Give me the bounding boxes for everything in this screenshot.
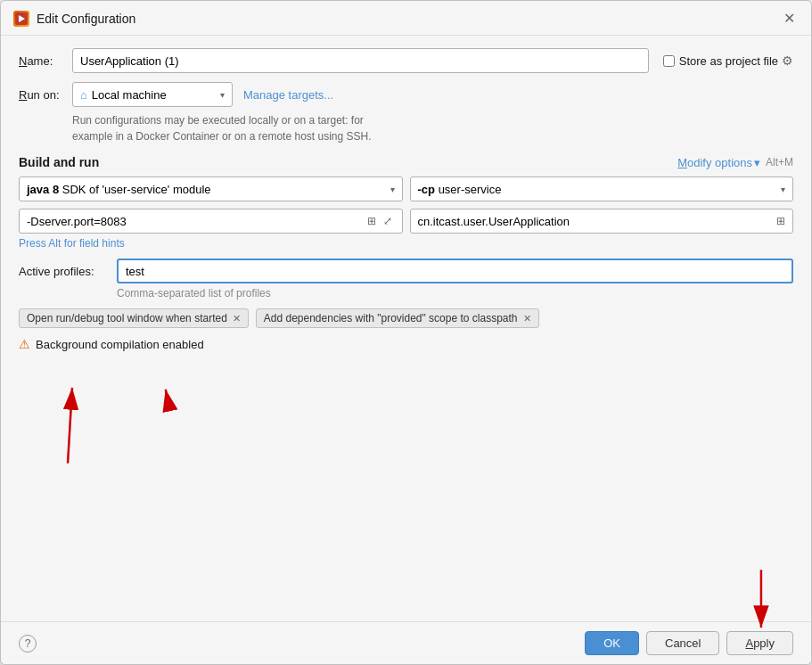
vm-options-input[interactable] [27,215,365,228]
hint-text: Run configurations may be executed local… [72,112,793,144]
cp-module-value: user-service [439,183,502,196]
apply-label-rest: pply [753,636,775,650]
active-profiles-label: Active profiles: [19,265,117,278]
name-label-text: Name: [19,54,53,68]
cp-dropdown-arrow-icon: ▾ [781,185,785,194]
active-profiles-input[interactable] [117,259,793,283]
profiles-hint: Comma-separated list of profiles [117,287,793,300]
cp-text: -cp user-service [418,183,782,196]
sdk-text: java 8 SDK of 'user-service' module [27,183,390,196]
fullscreen-icon[interactable]: ⤢ [381,214,395,228]
expand-icon[interactable]: ⊞ [365,214,379,228]
sdk-select[interactable]: java 8 SDK of 'user-service' module ▾ [19,177,403,201]
store-project-area: Store as project file ⚙ [663,53,793,68]
modify-options-button[interactable]: Modify options ▾ Alt+M [677,156,793,169]
main-class-field: ⊞ [410,209,794,234]
vm-icons: ⊞ ⤢ [365,214,395,228]
button-group: OK Cancel Apply [585,631,793,655]
main-class-expand-icon[interactable]: ⊞ [776,215,785,227]
hint-line2: example in a Docker Container or on a re… [72,130,372,143]
tag-deps-label: Add dependencies with "provided" scope t… [264,312,518,324]
build-run-header: Build and run Modify options ▾ Alt+M [19,155,793,169]
build-run-title: Build and run [19,155,99,169]
tag-run-debug-label: Open run/debug tool window when started [27,312,227,324]
run-on-select[interactable]: ⌂ Local machine ▾ [72,82,233,107]
apply-underline-char: A [745,636,753,650]
warning-icon: ⚠ [19,337,30,351]
modify-underline: M [677,156,687,169]
ok-button[interactable]: OK [585,631,639,655]
gear-icon[interactable]: ⚙ [782,53,793,68]
dialog-title: Edit Configuration [37,12,780,26]
sdk-row: java 8 SDK of 'user-service' module ▾ -c… [19,177,793,201]
help-button[interactable]: ? [19,635,37,653]
run-on-row: Run on: ⌂ Local machine ▾ Manage targets… [19,82,793,107]
tag-deps-close[interactable]: ✕ [523,313,531,324]
vm-main-row: ⊞ ⤢ ⊞ [19,209,793,234]
cp-flag: -cp [418,183,436,196]
edit-configuration-dialog: Edit Configuration ✕ Name: Store as proj… [0,0,812,665]
vm-options-field: ⊞ ⤢ [19,209,403,234]
tag-run-debug: Open run/debug tool window when started … [19,308,249,328]
home-icon: ⌂ [80,88,87,102]
main-class-input[interactable] [418,215,777,228]
dialog-content: Name: Store as project file ⚙ Run on: ⌂ … [1,36,811,621]
alt-shortcut-label: Alt+M [766,156,793,168]
run-on-underline-char: R [19,88,27,102]
manage-targets-link[interactable]: Manage targets... [243,88,333,102]
active-profiles-row: Active profiles: [19,259,793,283]
title-bar: Edit Configuration ✕ [1,1,811,36]
tag-deps: Add dependencies with "provided" scope t… [256,308,539,328]
dropdown-arrow-icon: ▾ [220,90,225,100]
store-project-checkbox[interactable] [663,55,675,67]
app-icon [13,11,29,27]
tag-run-debug-close[interactable]: ✕ [233,313,241,324]
sdk-module-text: SDK of 'user-service' module [62,183,211,196]
java-version: java 8 [27,183,59,196]
name-input[interactable] [72,48,649,73]
name-row: Name: Store as project file ⚙ [19,48,793,73]
name-label: Name: [19,54,72,68]
name-underline-char: N [19,54,27,68]
modify-options-label: Modify options [677,156,752,169]
chevron-down-icon: ▾ [754,156,760,169]
hint-line1: Run configurations may be executed local… [72,114,364,127]
sdk-dropdown-arrow-icon: ▾ [390,185,395,194]
apply-button[interactable]: Apply [726,631,793,655]
local-machine-label: Local machine [92,88,213,102]
cp-select[interactable]: -cp user-service ▾ [410,177,794,201]
press-alt-hint: Press Alt for field hints [19,237,793,250]
run-on-label: Run on: [19,88,72,102]
store-project-label: Store as project file [679,54,778,68]
bg-compilation-text: Background compilation enabled [36,338,204,351]
bottom-bar: ? OK Cancel Apply [1,621,811,664]
tags-row: Open run/debug tool window when started … [19,308,793,328]
cancel-button[interactable]: Cancel [646,631,719,655]
bg-compilation-row: ⚠ Background compilation enabled [19,337,793,351]
close-button[interactable]: ✕ [780,10,799,28]
